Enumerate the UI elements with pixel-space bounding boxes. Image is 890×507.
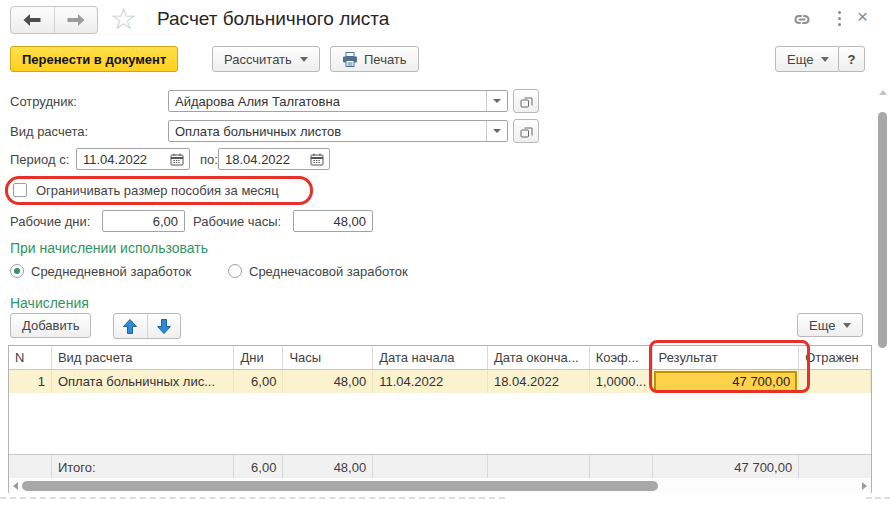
cell-n[interactable]: 1 — [9, 370, 52, 393]
cell-end-date[interactable]: 18.04.2022 — [488, 370, 590, 393]
help-button[interactable]: ? — [838, 46, 865, 72]
total-cell-n — [9, 455, 52, 478]
move-row-down-button[interactable] — [148, 314, 181, 338]
more-label: Еще — [787, 52, 813, 67]
print-button[interactable]: Печать — [330, 46, 419, 72]
radio-average-hourly-label: Среднечасовой заработок — [249, 264, 408, 279]
arrow-right-icon — [67, 14, 85, 26]
column-header-days[interactable]: Дни — [234, 346, 283, 369]
column-header-hours[interactable]: Часы — [283, 346, 373, 369]
nav-history-group — [10, 6, 98, 34]
scroll-right-icon[interactable] — [862, 482, 867, 490]
print-label: Печать — [364, 52, 407, 67]
work-hours-value: 48,00 — [294, 214, 372, 229]
period-to-label: по: — [200, 152, 218, 167]
total-cell-reflection — [799, 455, 871, 478]
scroll-left-icon[interactable] — [13, 482, 18, 490]
calculate-label: Рассчитать — [224, 52, 292, 67]
add-row-label: Добавить — [22, 318, 79, 333]
close-icon[interactable]: × — [857, 6, 868, 28]
employee-dropdown-button[interactable] — [486, 91, 507, 111]
help-label: ? — [848, 52, 856, 67]
table-empty-area[interactable] — [9, 393, 871, 454]
employee-open-button[interactable] — [513, 89, 539, 113]
calc-type-dropdown-button[interactable] — [486, 121, 507, 141]
caret-down-icon — [493, 129, 501, 133]
column-header-result[interactable]: Результат — [653, 346, 800, 369]
scroll-up-icon[interactable] — [879, 90, 887, 95]
column-header-end-date[interactable]: Дата оконча... — [488, 346, 590, 369]
total-label: Итого: — [52, 455, 235, 478]
column-header-start-date[interactable]: Дата начала — [373, 346, 488, 369]
page-title: Расчет больничного листа — [157, 8, 389, 30]
calendar-icon[interactable] — [165, 149, 189, 169]
column-header-n[interactable]: N — [9, 346, 52, 369]
column-header-coefficient[interactable]: Коэф... — [590, 346, 653, 369]
column-header-type[interactable]: Вид расчета — [52, 346, 235, 369]
cell-start-date[interactable]: 11.04.2022 — [373, 370, 488, 393]
limit-benefit-label: Ограничивать размер пособия за месяц — [36, 183, 279, 198]
caret-down-icon — [493, 99, 501, 103]
window-bottom-divider — [866, 497, 890, 499]
total-days: 6,00 — [234, 455, 283, 478]
limit-benefit-checkbox[interactable] — [13, 183, 27, 197]
move-row-up-button[interactable] — [114, 314, 148, 338]
total-cell-end — [488, 455, 590, 478]
work-days-value: 6,00 — [103, 214, 184, 229]
radio-average-daily[interactable] — [10, 264, 24, 278]
cell-days[interactable]: 6,00 — [234, 370, 283, 393]
accruals-header: Начисления — [10, 295, 89, 311]
employee-field[interactable]: Айдарова Алия Талгатовна — [168, 90, 508, 112]
table-more-button[interactable]: Еще — [797, 313, 863, 337]
total-cell-coef — [590, 455, 653, 478]
more-button-top[interactable]: Еще — [775, 46, 841, 72]
vertical-scrollbar[interactable] — [876, 88, 889, 500]
period-to-field[interactable]: 18.04.2022 — [218, 148, 330, 170]
employee-label: Сотрудник: — [10, 94, 77, 109]
caret-down-icon — [300, 57, 308, 62]
cell-type[interactable]: Оплата больничных лис... — [52, 370, 235, 393]
horizontal-scrollbar[interactable] — [9, 479, 871, 493]
cell-reflection[interactable] — [799, 370, 871, 393]
work-days-field[interactable]: 6,00 — [102, 210, 185, 232]
transfer-to-document-button[interactable]: Перенести в документ — [10, 46, 178, 72]
total-cell-start — [373, 455, 488, 478]
vertical-scrollbar-thumb[interactable] — [878, 112, 887, 348]
more-vertical-icon[interactable] — [838, 11, 842, 26]
favorite-star-icon[interactable]: ☆ — [110, 2, 137, 36]
radio-average-hourly[interactable] — [228, 264, 242, 278]
employee-value: Айдарова Алия Талгатовна — [169, 94, 486, 109]
period-from-label: Период с: — [10, 152, 69, 167]
cell-hours[interactable]: 48,00 — [283, 370, 373, 393]
move-row-group — [113, 313, 181, 339]
open-window-icon — [520, 125, 533, 138]
table-row[interactable]: 1 Оплата больничных лис... 6,00 48,00 11… — [9, 370, 871, 393]
cell-result[interactable]: 47 700,00 — [653, 370, 800, 393]
period-to-value: 18.04.2022 — [219, 152, 305, 167]
arrow-up-icon — [123, 319, 137, 334]
radio-average-daily-label: Среднедневной заработок — [31, 264, 191, 279]
arrow-down-icon — [157, 319, 171, 334]
forward-button[interactable] — [55, 7, 98, 33]
link-icon[interactable] — [792, 11, 812, 29]
horizontal-scrollbar-thumb[interactable] — [22, 481, 658, 491]
caret-down-icon — [821, 57, 829, 62]
open-window-icon — [520, 95, 533, 108]
window-bottom-divider — [0, 497, 505, 499]
column-header-reflection[interactable]: Отражен — [799, 346, 871, 369]
back-button[interactable] — [11, 7, 55, 33]
work-hours-field[interactable]: 48,00 — [293, 210, 373, 232]
cell-coefficient[interactable]: 1,0000... — [590, 370, 653, 393]
arrow-left-icon — [23, 14, 41, 26]
active-result-cell[interactable]: 47 700,00 — [654, 371, 798, 392]
calc-type-label: Вид расчета: — [10, 124, 88, 139]
total-result: 47 700,00 — [653, 455, 800, 478]
period-from-value: 11.04.2022 — [77, 152, 165, 167]
calc-type-open-button[interactable] — [513, 119, 539, 143]
calendar-icon[interactable] — [305, 149, 329, 169]
period-from-field[interactable]: 11.04.2022 — [76, 148, 190, 170]
calculate-button[interactable]: Рассчитать — [212, 46, 320, 72]
calc-type-field[interactable]: Оплата больничных листов — [168, 120, 508, 142]
add-row-button[interactable]: Добавить — [10, 313, 91, 338]
table-more-label: Еще — [809, 318, 835, 333]
